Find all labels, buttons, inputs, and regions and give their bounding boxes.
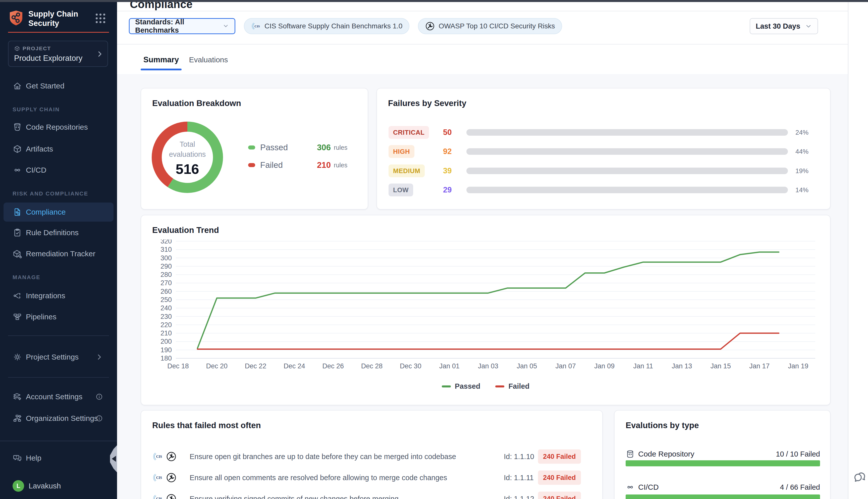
- severity-percent: 24%: [795, 129, 808, 136]
- sidebar-item-cicd[interactable]: CI/CD: [3, 163, 113, 177]
- chevron-down-icon: [805, 23, 812, 30]
- sidebar: Supply ChainSecurity PROJECT Product Exp…: [0, 2, 117, 499]
- sidebar-item-integrations[interactable]: Integrations: [3, 289, 113, 303]
- sidebar-item-rule-definitions[interactable]: Rule Definitions: [3, 226, 113, 240]
- sidebar-item-get-started[interactable]: Get Started: [3, 79, 113, 93]
- rule-text: Ensure verifying signed commits of new c…: [190, 495, 399, 499]
- svg-text:Dec 30: Dec 30: [400, 362, 421, 370]
- total-evaluations-value: 516: [150, 161, 225, 177]
- sidebar-item-compliance[interactable]: Compliance: [3, 203, 113, 222]
- sidebar-item-remediation-tracker[interactable]: Remediation Tracker: [3, 247, 113, 260]
- sidebar-divider: [8, 377, 109, 378]
- svg-text:220: 220: [161, 321, 172, 329]
- date-range-dropdown[interactable]: Last 30 Days: [750, 18, 818, 34]
- sidebar-item-label: Get Started: [26, 82, 64, 90]
- svg-text:Dec 18: Dec 18: [167, 362, 189, 370]
- severity-badge: LOW: [388, 184, 413, 196]
- sidebar-item-label: Compliance: [26, 208, 65, 216]
- filter-row: Standards: All Benchmarks CIS CIS Softwa…: [129, 18, 562, 34]
- rule-row[interactable]: CIS Ensure open git branches are up to d…: [152, 446, 592, 467]
- rule-row[interactable]: CIS Ensure verifying signed commits of n…: [152, 488, 592, 499]
- chip-owasp[interactable]: OWASP Top 10 CI/CD Security Risks: [418, 18, 562, 34]
- owasp-logo-icon: [166, 451, 177, 462]
- sidebar-item-label: Account Settings: [26, 392, 82, 401]
- svg-text:190: 190: [161, 346, 172, 354]
- svg-text:Jan 09: Jan 09: [594, 362, 615, 370]
- sidebar-item-project-settings[interactable]: Project Settings: [3, 350, 113, 364]
- layers-gear-icon: [13, 392, 22, 402]
- svg-text:Dec 20: Dec 20: [206, 362, 228, 370]
- svg-text:Jan 11: Jan 11: [633, 362, 653, 370]
- sidebar-item-code-repositories[interactable]: Code Repositories: [3, 120, 113, 134]
- sidebar-item-label: Rule Definitions: [26, 228, 78, 237]
- severity-bar: [467, 148, 788, 155]
- type-bar-cicd: [625, 495, 820, 499]
- sidebar-user[interactable]: L Lavakush: [3, 478, 113, 494]
- svg-text:310: 310: [161, 246, 172, 253]
- app-title: Supply ChainSecurity: [28, 9, 78, 28]
- svg-text:Jan 05: Jan 05: [517, 362, 537, 370]
- card-title: Evaluation Trend: [152, 226, 219, 235]
- svg-text:240: 240: [161, 304, 172, 312]
- user-avatar: L: [13, 480, 24, 492]
- owasp-logo-icon: [166, 493, 177, 499]
- sidebar-item-label: Artifacts: [26, 145, 53, 153]
- standards-dropdown[interactable]: Standards: All Benchmarks: [129, 18, 235, 34]
- svg-text:290: 290: [161, 263, 172, 270]
- failed-count: 210: [317, 160, 331, 170]
- rules-failed-card: Rules that failed most often CIS Ensure …: [141, 410, 603, 499]
- chip-label: CIS Software Supply Chain Benchmarks 1.0: [264, 22, 402, 30]
- severity-badge: HIGH: [388, 145, 414, 158]
- svg-text:Jan 13: Jan 13: [672, 362, 692, 370]
- sidebar-item-account-settings[interactable]: Account Settings: [3, 390, 113, 403]
- sidebar-divider: [8, 336, 109, 336]
- standards-dropdown-value: Standards: All Benchmarks: [135, 18, 223, 34]
- sidebar-item-label: Remediation Tracker: [26, 250, 96, 258]
- infinity-icon: [625, 483, 635, 492]
- user-name: Lavakush: [29, 482, 61, 490]
- donut-center-label: Total evaluations 516: [150, 139, 225, 177]
- card-title: Evalutions by type: [625, 421, 699, 430]
- cis-logo-icon: CIS: [152, 472, 163, 483]
- sidebar-section-manage: MANAGE: [13, 274, 40, 282]
- owasp-logo-icon: [425, 21, 435, 31]
- card-title: Rules that failed most often: [152, 421, 261, 430]
- sidebar-item-label: Pipelines: [26, 313, 57, 321]
- sidebar-item-artifacts[interactable]: Artifacts: [3, 142, 113, 156]
- legend-item-failed: Failed: [495, 382, 530, 390]
- svg-text:180: 180: [161, 354, 172, 362]
- type-row-cicd: CI/CD 4 / 66 Failed: [625, 482, 820, 493]
- gear-icon: [13, 352, 22, 362]
- sidebar-item-label: Organization Settings: [26, 414, 98, 423]
- svg-text:Jan 03: Jan 03: [478, 362, 498, 370]
- project-name: Product Exploratory: [14, 54, 82, 63]
- project-selector[interactable]: PROJECT Product Exploratory: [8, 41, 108, 67]
- severity-count: 92: [443, 147, 451, 156]
- sidebar-item-help[interactable]: ? Help: [3, 451, 113, 465]
- rule-row[interactable]: CIS Ensure all open comments are resolve…: [152, 467, 592, 488]
- severity-bar: [467, 129, 788, 136]
- document-search-icon: [13, 207, 22, 217]
- severity-row-low: LOW 29 14%: [377, 180, 830, 199]
- tab-summary[interactable]: Summary: [141, 54, 182, 66]
- svg-text:320: 320: [161, 240, 172, 245]
- rule-standard-icons: CIS: [152, 472, 177, 483]
- rule-standard-icons: CIS: [152, 451, 177, 462]
- apps-grid-icon[interactable]: [95, 13, 106, 24]
- chip-cis-benchmark[interactable]: CIS CIS Software Supply Chain Benchmarks…: [244, 18, 409, 34]
- svg-text:210: 210: [161, 329, 172, 337]
- svg-text:260: 260: [161, 288, 172, 295]
- svg-text:Jan 15: Jan 15: [710, 362, 731, 370]
- failed-legend-swatch: [248, 163, 255, 167]
- legend-item-passed: Passed: [442, 382, 481, 390]
- svg-text:Jan 19: Jan 19: [788, 362, 808, 370]
- severity-row-high: HIGH 92 44%: [377, 142, 830, 161]
- sidebar-item-pipelines[interactable]: Pipelines: [3, 310, 113, 324]
- sidebar-item-organization-settings[interactable]: Organization Settings: [3, 412, 113, 425]
- svg-text:230: 230: [161, 313, 172, 320]
- tab-evaluations[interactable]: Evaluations: [189, 54, 227, 66]
- rule-text: Ensure open git branches are up to date …: [190, 452, 456, 461]
- severity-bar: [467, 168, 788, 174]
- chat-widget-icon[interactable]: [853, 470, 868, 485]
- card-title: Failures by Severity: [388, 98, 467, 108]
